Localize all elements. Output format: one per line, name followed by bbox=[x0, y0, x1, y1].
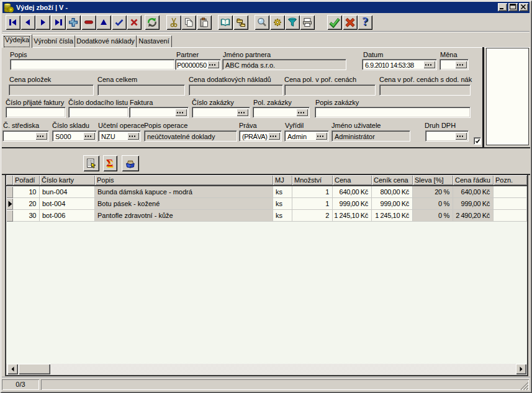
svg-text:Σ: Σ bbox=[106, 158, 113, 168]
svg-text:?: ? bbox=[362, 16, 368, 27]
